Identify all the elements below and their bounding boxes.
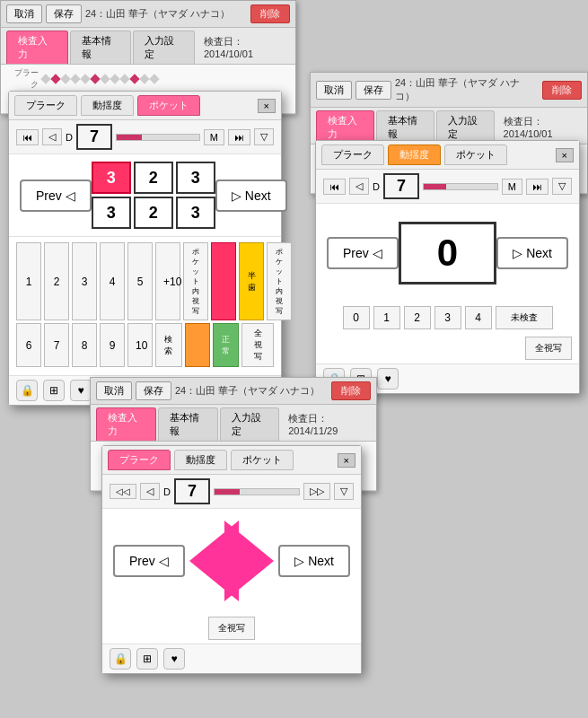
num-1[interactable]: 1 — [373, 306, 400, 329]
menu-btn-1[interactable]: ▽ — [254, 128, 274, 145]
key-7[interactable]: 7 — [44, 323, 69, 367]
delete-btn-3[interactable]: 削除 — [331, 381, 371, 400]
menu-btn-3[interactable]: ▽ — [334, 483, 354, 500]
tab-nyuryoku-1[interactable]: 入力設定 — [133, 31, 195, 64]
grid-cell-1-0-0[interactable]: 3 — [92, 162, 131, 194]
cancel-btn-2[interactable]: 取消 — [316, 81, 352, 100]
next-btn-1[interactable]: ▷ Next — [215, 180, 287, 212]
num-2[interactable]: 2 — [404, 306, 431, 329]
tab-kensa-2[interactable]: 検査入力 — [316, 110, 374, 144]
modal-tab-doy-1[interactable]: 動揺度 — [81, 95, 134, 116]
key-kensaku[interactable]: 検索 — [155, 323, 182, 367]
prev-arrow-1: ◁ — [66, 188, 75, 203]
prev-frame-3[interactable]: ◁ — [140, 483, 160, 500]
key-4[interactable]: 4 — [100, 242, 125, 320]
mode-m-1[interactable]: M — [204, 129, 224, 145]
full-view-btn-2[interactable]: 全視写 — [525, 337, 572, 360]
lock-icon-3[interactable]: 🔒 — [110, 648, 131, 670]
prev-label-1: Prev — [36, 188, 62, 203]
heart-icon-3[interactable]: ♥ — [163, 648, 185, 670]
prev-frame-2[interactable]: ◁ — [349, 178, 369, 195]
key-10[interactable]: 10 — [127, 323, 153, 367]
plaque-label: プラーク — [12, 67, 39, 91]
mode-m-3[interactable]: ▷▷ — [303, 483, 330, 500]
diamond — [40, 74, 50, 83]
modal-tab-pocket-2[interactable]: ポケット — [444, 144, 507, 165]
delete-btn-2[interactable]: 削除 — [542, 81, 582, 100]
modal-close-2[interactable]: × — [556, 148, 574, 162]
grid-cell-1-0-1[interactable]: 2 — [134, 162, 173, 194]
key-pocket-inner[interactable]: ポケット内視写 — [183, 242, 208, 320]
next-btn-2[interactable]: ▷ Next — [496, 237, 568, 269]
num-3[interactable]: 3 — [434, 306, 461, 329]
key-1[interactable]: 1 — [16, 242, 41, 320]
modal-tab-plaque-1[interactable]: プラーク — [14, 95, 77, 116]
tab-kihon-2[interactable]: 基本情報 — [376, 110, 434, 144]
lock-icon-1[interactable]: 🔒 — [16, 380, 38, 401]
rewind-btn-1[interactable]: ⏮ — [16, 129, 39, 145]
tab-kensa-3[interactable]: 検査入力 — [96, 407, 156, 441]
save-btn-3[interactable]: 保存 — [136, 381, 171, 400]
key-plus10[interactable]: +10 — [155, 242, 180, 320]
save-btn-2[interactable]: 保存 — [355, 81, 391, 100]
num-unkensa[interactable]: 未検査 — [496, 306, 553, 329]
diamond — [80, 74, 90, 83]
modal-tab-pocket-1[interactable]: ポケット — [137, 95, 200, 116]
modal-tab-doy-3[interactable]: 動揺度 — [174, 450, 227, 470]
grid-cell-1-1-0[interactable]: 3 — [92, 197, 131, 229]
key-hambetsu[interactable]: 半歯 — [239, 242, 264, 320]
heart-icon-2[interactable]: ♥ — [377, 368, 399, 390]
tab-kensa-1[interactable]: 検査入力 — [6, 31, 68, 64]
key-8[interactable]: 8 — [72, 323, 97, 367]
next-label-2: Next — [526, 246, 552, 260]
grid-container-1: 3 2 3 3 2 3 — [92, 162, 215, 229]
tab-nyuryoku-3[interactable]: 入力設定 — [220, 407, 280, 441]
prev-btn-1[interactable]: Prev ◁ — [20, 180, 92, 212]
key-pocket2[interactable]: ポケット内視写 — [267, 242, 292, 320]
prev-btn-2[interactable]: Prev ◁ — [327, 237, 399, 269]
mode-m-2[interactable]: M — [502, 179, 522, 195]
menu-btn-2[interactable]: ▽ — [552, 178, 572, 195]
key-3[interactable]: 3 — [72, 242, 97, 320]
rewind-btn-3[interactable]: ◁◁ — [110, 484, 136, 499]
tab-nyuryoku-2[interactable]: 入力設定 — [436, 110, 495, 144]
full-view-btn-3[interactable]: 全視写 — [208, 617, 255, 640]
prev-frame-1[interactable]: ◁ — [42, 128, 62, 145]
grid-cell-1-1-2[interactable]: 3 — [176, 197, 215, 229]
diamond — [90, 74, 100, 83]
modal-close-1[interactable]: × — [258, 99, 276, 113]
heart-icon-1[interactable]: ♥ — [70, 380, 92, 401]
ff-btn-1[interactable]: ⏭ — [228, 129, 250, 145]
key-2[interactable]: 2 — [44, 242, 69, 320]
next-btn-3[interactable]: ▷ Next — [278, 545, 350, 577]
grid-icon-3[interactable]: ⊞ — [136, 648, 158, 670]
key-all-view[interactable]: 全視写 — [241, 323, 274, 367]
prev-btn-3[interactable]: Prev ◁ — [113, 545, 185, 577]
modal-tab-doy-2[interactable]: 動揺度 — [388, 144, 441, 165]
num-4[interactable]: 4 — [465, 306, 492, 329]
save-btn-1[interactable]: 保存 — [46, 4, 82, 23]
num-0[interactable]: 0 — [343, 306, 370, 329]
cancel-btn-1[interactable]: 取消 — [6, 4, 42, 23]
key-5[interactable]: 5 — [127, 242, 153, 320]
modal-tab-plaque-3[interactable]: プラーク — [108, 450, 171, 470]
ff-btn-2[interactable]: ⏭ — [526, 179, 549, 195]
grid-cell-1-0-2[interactable]: 3 — [176, 162, 215, 194]
tab-kihon-1[interactable]: 基本情報 — [70, 31, 132, 64]
key-orange[interactable] — [185, 323, 210, 367]
modal-close-3[interactable]: × — [338, 453, 355, 468]
delete-btn-1[interactable]: 削除 — [250, 4, 290, 23]
full-btn-area-3: 全視写 — [102, 613, 361, 644]
grid-icon-1[interactable]: ⊞ — [43, 380, 65, 401]
cancel-btn-3[interactable]: 取消 — [96, 381, 132, 400]
key-seijo[interactable]: 正常 — [213, 323, 240, 367]
key-6[interactable]: 6 — [16, 323, 41, 367]
tab-kihon-3[interactable]: 基本情報 — [158, 407, 218, 441]
grid-cell-1-1-1[interactable]: 2 — [134, 197, 173, 229]
modal-tab-plaque-2[interactable]: プラーク — [321, 144, 384, 165]
modal-tab-pocket-3[interactable]: ポケット — [231, 450, 294, 470]
key-9[interactable]: 9 — [100, 323, 125, 367]
rewind-btn-2[interactable]: ⏮ — [323, 179, 346, 195]
key-red[interactable] — [211, 242, 236, 320]
diamond — [110, 74, 119, 83]
